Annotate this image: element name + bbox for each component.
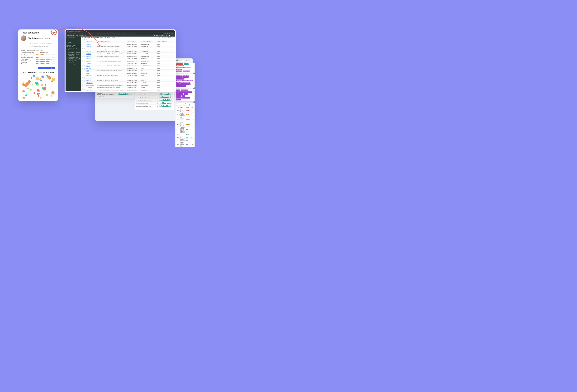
table-row[interactable]: ⓘ☐23600100CN=Glenn Hardison,OU=Cary US,O…: [81, 53, 175, 55]
row-checkbox[interactable]: ☐: [84, 72, 86, 74]
row-checkbox[interactable]: ☐: [84, 80, 86, 81]
nav-tab-all[interactable]: ☰: [66, 39, 71, 41]
search-icon[interactable]: 🔍: [166, 35, 167, 36]
row-checkbox[interactable]: ☐: [84, 53, 86, 54]
table-row[interactable]: ⓘ☐ADM_MARKCN=adm_mark,OU=Alliances,OU=VD…: [81, 86, 175, 89]
info-icon[interactable]: ⓘ: [82, 77, 84, 79]
options-dropdown[interactable]: Options ▾: [185, 60, 192, 62]
pager[interactable]: ◂◂ ◂ ▸ ▸▸ 1 to 20 of 815 ▸ ▸▸: [159, 37, 173, 38]
table-row[interactable]: 10107SSL version 2 and 3 Protocol Detect…: [177, 116, 193, 122]
table-row[interactable]: ⓘ☐adantrose2020-08-03 19:32:59ranaljl1DE…: [81, 67, 175, 70]
row-checkbox[interactable]: ☐: [84, 56, 86, 57]
pill[interactable]: VPN Time Login PRISM Rate: [176, 82, 190, 83]
col-hub-name[interactable]: ≡Unique HUB Name: [157, 41, 173, 42]
table-row[interactable]: ⓘ☐ad01CN=Ad01,CN=Users,DC=ZombieNetworks…: [81, 70, 175, 72]
info-icon[interactable]: ⓘ: [82, 58, 84, 59]
row-checkbox[interactable]: ☐: [84, 48, 86, 50]
table-row[interactable]: ⓘ☐23602172CN=Patrick Patterson,OU=Charlo…: [81, 55, 175, 58]
table-row[interactable]: ⓘ☐admin.gbCN=admin.gb,CN=Users,DC=lw1,DC…: [81, 77, 175, 79]
sidebar-home[interactable]: ⌂ Home: [66, 41, 81, 44]
pill[interactable]: First Seen: [176, 69, 182, 70]
pill[interactable]: Custom Hash: [176, 63, 183, 65]
row-checkbox[interactable]: ☐: [84, 58, 86, 59]
pill[interactable]: Recent 72 h: [176, 76, 182, 78]
sidebar-item[interactable]: ↗Stratusphere Community Site: [66, 62, 81, 65]
pill[interactable]: Recon: [184, 93, 188, 95]
sidebar-item[interactable]: ⊞Stratusphere User Inventory⏱: [66, 57, 81, 60]
funnel-icon[interactable]: ▽: [82, 39, 83, 40]
nav-tab-favorites[interactable]: ★: [71, 39, 76, 41]
sidebar-item[interactable]: ⊞Stratusphere Machine Inventory: [66, 53, 81, 57]
row-checkbox[interactable]: ☐: [84, 87, 86, 88]
list-search-input[interactable]: Search: [111, 37, 118, 38]
chat-icon[interactable]: 💬: [168, 35, 170, 36]
pill[interactable]: High Login: [183, 76, 189, 78]
pill[interactable]: Tapapm: [176, 97, 181, 99]
row-checkbox[interactable]: ☐: [84, 65, 86, 67]
filter-bar[interactable]: ▽ All 🔍: [81, 39, 175, 41]
browser-search[interactable]: Search: [171, 33, 174, 34]
nav-tab-history[interactable]: ⟲: [76, 39, 81, 41]
info-icon[interactable]: ⓘ: [82, 72, 84, 74]
info-icon[interactable]: ⓘ: [82, 60, 84, 62]
row-checkbox[interactable]: ☐: [84, 75, 86, 76]
col-user-name[interactable]: ≡User name ▴: [86, 41, 97, 42]
table-row[interactable]: ⓘ☐adm_mknouseCN=ADM_MKNOUSE,OU=AdminAcco…: [81, 89, 175, 91]
pill[interactable]: Setup: [181, 95, 185, 97]
info-icon[interactable]: ⓘ: [82, 43, 84, 45]
pill[interactable]: Login: [176, 83, 180, 85]
row-checkbox[interactable]: ☐: [84, 70, 86, 71]
info-icon[interactable]: ⓘ: [82, 68, 84, 69]
filter-input[interactable]: [68, 37, 81, 38]
table-row[interactable]: 22964Service DetectionInfo1472: [177, 136, 193, 139]
help-icon[interactable]: ?: [171, 35, 172, 36]
info-icon[interactable]: ⓘ: [82, 51, 84, 52]
table-row[interactable]: ⓘ☐ad0102021-02-10 20:24:49borntowin10DEV…: [81, 72, 175, 74]
row-checkbox[interactable]: ☐: [84, 89, 86, 91]
table-row[interactable]: 56984OpenSSL DetectionInfo433: [177, 139, 193, 141]
table-row[interactable]: ⓘ☐admin.pbCN=admin.pb,CN=Users,DC=lw1,DC…: [81, 79, 175, 82]
row-checkbox[interactable]: ☐: [84, 60, 86, 62]
table-row[interactable]: 12874HOME Detection (Remote Network)Medi…: [177, 122, 193, 127]
pill[interactable]: Indicator: [184, 63, 189, 65]
pill[interactable]: Frequent Hours Possible Locations: [176, 80, 192, 81]
table-row[interactable]: ⓘ☐ADM_JSMITH2CN=ADM_JSMITH2,OU=Executive…: [81, 84, 175, 86]
pill[interactable]: Malicious (LO): [183, 71, 190, 72]
sidebar-item[interactable]: ?Stratusphere Help: [66, 60, 81, 62]
table-row[interactable]: ⓘ☐100027072020-06-01 13:15:06Shawdenj01m…: [81, 43, 175, 45]
forward-icon[interactable]: ▸: [68, 33, 68, 34]
info-icon[interactable]: ⓘ: [82, 63, 84, 64]
table-row[interactable]: 10683Inward Service DetectionCritical4: [177, 109, 193, 112]
table-row[interactable]: 10330Virgin Service DetectionHigh1: [177, 113, 193, 116]
search-field-dropdown[interactable]: User name ▾: [104, 37, 110, 38]
address-bar[interactable]: 🔒 https://ven03205.service-now.com/nav_t…: [72, 33, 163, 34]
table-row[interactable]: ⓘ☐23461787CN=Stella Evans,OU=Cary US,OU=…: [81, 48, 175, 50]
pill[interactable]: Exploit: [176, 90, 180, 91]
table-row[interactable]: ⓘ☐238949042020-10-05 19:39:40alpmj0ka464…: [81, 62, 175, 65]
pill[interactable]: High Failure Anomaly: [180, 83, 191, 85]
browser-tab[interactable]: Stratusphere User Inventory ×: [67, 31, 83, 32]
info-icon[interactable]: ⓘ: [82, 89, 84, 91]
info-icon[interactable]: ⓘ: [82, 46, 84, 47]
table-row[interactable]: ⓘ☐13812730CN=Hunter Lewis,OU=Anderson US…: [81, 45, 175, 48]
info-icon[interactable]: ⓘ: [82, 75, 84, 76]
sidebar-item[interactable]: ⊞Stratusphere Systems: [66, 51, 81, 53]
table-row[interactable]: 11915X Display Manager Control Protocol …: [177, 127, 193, 133]
col-last-machine[interactable]: ≡Last Login Machine: [141, 41, 157, 42]
pill[interactable]: Change YARA: [184, 67, 191, 68]
search-icon[interactable]: 🔍: [86, 39, 87, 40]
table-row[interactable]: Threatlist_Inbound_Connection_HTTP7: [136, 93, 173, 96]
info-icon[interactable]: ⓘ: [82, 53, 84, 55]
info-icon[interactable]: ⓘ: [82, 82, 84, 84]
info-icon[interactable]: ⓘ: [82, 80, 84, 81]
info-icon[interactable]: ⓘ: [82, 84, 84, 86]
row-checkbox[interactable]: ☐: [84, 51, 86, 52]
row-checkbox[interactable]: ☐: [84, 82, 86, 83]
row-checkbox[interactable]: ☐: [84, 68, 86, 69]
sidebar-item[interactable]: ⊞Stratusphere DB Connection La…: [66, 48, 81, 51]
list-menu-icon[interactable]: ≡: [82, 37, 83, 38]
row-checkbox[interactable]: ☐: [84, 46, 86, 47]
table-row[interactable]: 10884Network Time Protocol (NTP) Server …: [177, 142, 193, 147]
row-checkbox[interactable]: ☐: [84, 63, 86, 64]
pill[interactable]: Malware: [176, 95, 181, 97]
